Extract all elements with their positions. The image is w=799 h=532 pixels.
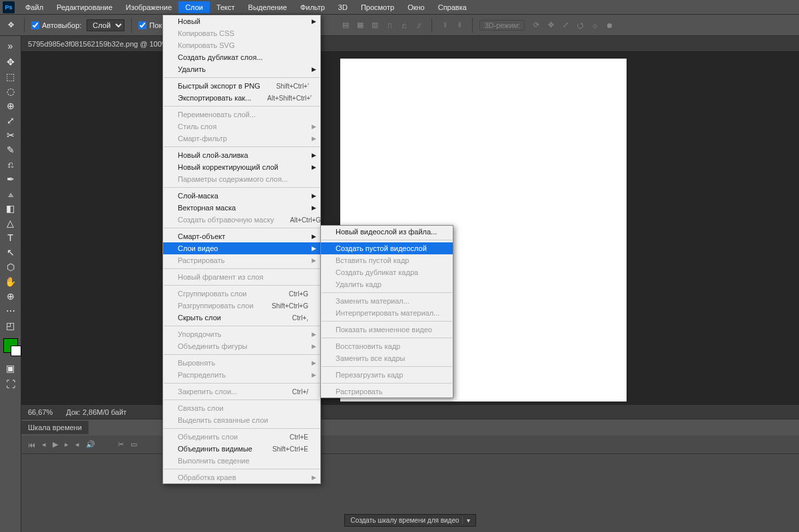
tool-button[interactable]: ⊕ [3,99,19,113]
menu-справка[interactable]: Справка [431,1,473,13]
menu-separator [164,383,320,384]
video-submenu-item: Показать измененное видео [321,324,453,336]
autoselect-checkbox[interactable]: Автовыбор: [31,21,81,29]
tool-button[interactable]: ◧ [3,201,19,216]
tool-button[interactable]: ⟁ [3,186,19,201]
layers-menu-item[interactable]: Новый слой-заливка▶ [163,149,320,161]
menubar: Ps ФайлРедактированиеИзображениеСлоиТекс… [0,0,799,15]
menu-separator [164,326,320,326]
tool-button[interactable]: ⎌ [3,157,19,172]
tool-button[interactable]: ⬚ [3,69,19,84]
quickmask-icon[interactable]: ▣ [3,361,19,376]
screenmode-icon[interactable]: ⛶ [3,377,19,392]
menu-separator [164,77,320,78]
layers-menu-item: Объединить слоиCtrl+E [163,431,320,443]
layers-menu-item[interactable]: Создать дубликат слоя... [163,51,320,63]
align-icon[interactable]: ▤ [340,19,352,31]
menu-фильтр[interactable]: Фильтр [294,1,332,13]
menu-separator [164,354,320,355]
menu-слои[interactable]: Слои [178,1,210,13]
submenu-arrow-icon: ▶ [312,123,316,130]
video-submenu-item: Вставить пустой кадр [321,254,453,266]
play-icon[interactable]: ▶ [53,440,58,449]
video-submenu-item: Интерпретировать материал... [321,307,453,319]
light-icon[interactable]: ☼ [589,19,601,31]
tool-button[interactable]: ✋ [3,274,19,289]
layers-menu-item[interactable]: Векторная маска▶ [163,202,320,214]
layers-menu-item: Параметры содержимого слоя... [163,173,320,185]
submenu-arrow-icon: ▶ [312,233,316,240]
document-tab[interactable]: 5795d985e3f081562159b32e.png @ 100% (R [21,36,799,52]
menu-файл[interactable]: Файл [19,1,50,13]
tool-button[interactable]: ↖ [3,245,19,260]
audio-icon[interactable]: 🔊 [86,440,95,449]
video-submenu-item[interactable]: Создать пустой видеослой [321,242,453,254]
layers-menu-item[interactable]: Удалить▶ [163,63,320,75]
submenu-arrow-icon: ▶ [312,257,316,264]
layers-menu-item: Стиль слоя▶ [163,121,320,133]
first-frame-icon[interactable]: ⏮ [28,441,35,449]
layers-menu-item[interactable]: Смарт-объект▶ [163,230,320,242]
layers-menu-item: Распределить▶ [163,369,320,381]
prev-frame-icon[interactable]: ◂ [42,440,46,449]
zoom-level[interactable]: 66,67% [28,408,53,416]
align-icon[interactable]: ⎎ [413,19,425,31]
tool-button[interactable]: ✎ [3,142,19,157]
layers-menu-item[interactable]: Объединить видимыеShift+Ctrl+E [163,443,320,455]
color-swatch[interactable] [3,338,18,353]
distribute-icon[interactable]: ⫴ [439,19,451,31]
transition-icon[interactable]: ▭ [131,440,137,449]
align-icon[interactable]: ▦ [354,19,366,31]
next-frame-icon[interactable]: ▸ [65,440,69,449]
expand-icon[interactable]: » [3,39,19,53]
create-video-timeline-button[interactable]: Создать шкалу времени для видео ▾ [344,514,475,527]
tool-button[interactable]: ✒ [3,172,19,186]
align-icon[interactable]: ⎍ [384,19,396,31]
orbit-icon[interactable]: ⟳ [530,19,542,31]
tool-button[interactable]: ⊕ [3,289,19,304]
submenu-arrow-icon: ▶ [312,372,316,378]
menu-изображение[interactable]: Изображение [119,1,178,13]
tool-button[interactable]: ◰ [3,318,19,333]
video-submenu-item[interactable]: Новый видеослой из файла... [321,226,453,238]
doc-size: Док: 2,86M/0 байт [66,408,127,416]
chevron-down-icon: ▾ [462,517,470,524]
menu-выделение[interactable]: Выделение [242,1,294,13]
layers-menu-item[interactable]: Быстрый экспорт в PNGShift+Ctrl+' [163,80,320,92]
tool-button[interactable]: ⋯ [3,304,19,318]
layers-menu-item: Смарт-фильтр▶ [163,133,320,144]
align-icon[interactable]: ▥ [369,19,381,31]
last-frame-icon[interactable]: ◂ [75,440,79,449]
tool-button[interactable]: ⤢ [3,113,19,128]
tool-button[interactable]: ✥ [3,55,19,69]
app-icon: Ps [3,1,15,13]
layers-menu-item[interactable]: Скрыть слоиCtrl+, [163,312,320,324]
autoselect-target-select[interactable]: Слой [87,19,125,31]
menu-окно[interactable]: Окно [401,1,431,13]
tool-button[interactable]: △ [3,216,19,230]
rotate-icon[interactable]: ⭯ [574,19,586,31]
menu-3d[interactable]: 3D [332,1,354,13]
pan-icon[interactable]: ✥ [545,19,557,31]
submenu-arrow-icon: ▶ [312,18,316,25]
layers-menu-item[interactable]: Новый▶ [163,15,320,27]
split-icon[interactable]: ✂ [118,440,124,449]
layers-menu-item[interactable]: Новый корректирующий слой▶ [163,161,320,173]
menu-текст[interactable]: Текст [210,1,242,13]
menu-separator [322,321,452,322]
align-icon[interactable]: ⎌ [398,19,410,31]
layers-menu-item[interactable]: Слой-маска▶ [163,190,320,202]
menu-редактирование[interactable]: Редактирование [50,1,119,13]
tool-button[interactable]: T [3,230,19,245]
tool-button[interactable]: ✂ [3,128,19,142]
layers-menu-item[interactable]: Слои видео▶ [163,242,320,254]
layers-menu-item[interactable]: Экспортировать как...Alt+Shift+Ctrl+' [163,92,320,104]
distribute-icon[interactable]: ⫵ [453,19,465,31]
dolly-icon[interactable]: ⤢ [559,19,571,31]
menu-просмотр[interactable]: Просмотр [354,1,401,13]
camera-icon[interactable]: ⏺ [603,19,615,31]
tool-button[interactable]: ◌ [3,84,19,99]
tool-button[interactable]: ⬡ [3,260,19,274]
video-submenu-item: Заменить все кадры [321,352,453,364]
timeline-tab[interactable]: Шкала времени [21,421,89,434]
